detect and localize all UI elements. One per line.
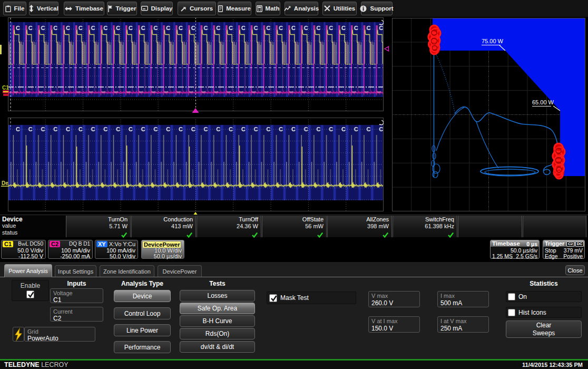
svg-text:65.00 W: 65.00 W xyxy=(532,99,554,105)
svg-text:75.00 W: 75.00 W xyxy=(482,38,504,44)
